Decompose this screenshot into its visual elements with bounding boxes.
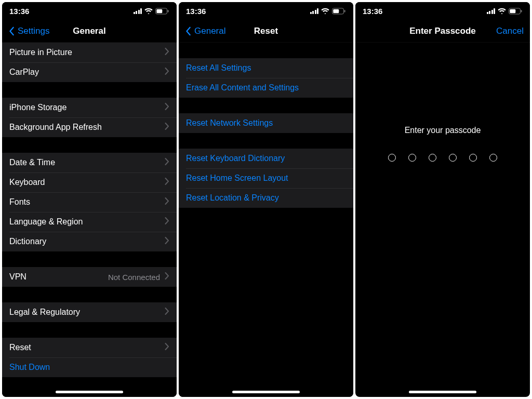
- nav-title: Reset: [254, 26, 278, 36]
- row-value: Not Connected: [108, 273, 160, 282]
- chevron-right-icon: [164, 343, 169, 352]
- row-label: iPhone Storage: [9, 103, 164, 112]
- navbar: General Reset: [179, 20, 353, 43]
- row-label: Fonts: [9, 197, 164, 207]
- list-item[interactable]: Reset: [2, 338, 177, 357]
- battery-icon: [155, 8, 169, 15]
- list-item[interactable]: Legal & Regulatory: [2, 302, 177, 322]
- svg-rect-4: [333, 9, 339, 13]
- list-item[interactable]: Language & Region: [2, 212, 177, 232]
- passcode-dot: [388, 154, 396, 162]
- phone-general: 13:36 Settings General Picture in Pictur…: [2, 2, 177, 397]
- row-label: CarPlay: [9, 68, 164, 77]
- row-label: VPN: [9, 272, 108, 282]
- list-item[interactable]: VPNNot Connected: [2, 267, 177, 287]
- list-item[interactable]: Fonts: [2, 192, 177, 212]
- chevron-left-icon: [184, 26, 193, 36]
- battery-icon: [332, 8, 346, 15]
- list-item[interactable]: Dictionary: [2, 232, 177, 251]
- passcode-dot: [408, 154, 416, 162]
- home-indicator[interactable]: [232, 391, 300, 393]
- nav-title: Enter Passcode: [409, 26, 476, 36]
- clock: 13:36: [363, 7, 382, 16]
- list-item[interactable]: Shut Down: [2, 357, 177, 377]
- row-label: Legal & Regulatory: [9, 308, 164, 317]
- phone-reset: 13:36 General Reset Reset All SettingsEr…: [179, 2, 353, 397]
- list-item[interactable]: Picture in Picture: [2, 43, 177, 62]
- navbar: Settings General: [2, 20, 177, 43]
- chevron-right-icon: [164, 237, 169, 246]
- passcode-dot: [449, 154, 457, 162]
- svg-rect-1: [156, 9, 162, 13]
- passcode-dot: [489, 154, 497, 162]
- signal-icon: [487, 8, 496, 14]
- list-item[interactable]: Reset Network Settings: [179, 113, 353, 133]
- list-item[interactable]: Background App Refresh: [2, 117, 177, 137]
- svg-rect-5: [344, 10, 345, 12]
- back-button[interactable]: General: [182, 20, 228, 42]
- chevron-right-icon: [164, 68, 169, 77]
- row-label: Reset Location & Privacy: [186, 193, 346, 203]
- signal-icon: [310, 8, 319, 14]
- row-label: Date & Time: [9, 158, 164, 167]
- row-label: Picture in Picture: [9, 48, 164, 57]
- passcode-area: Enter your passcode: [355, 43, 530, 397]
- list-item[interactable]: Reset Home Screen Layout: [179, 168, 353, 188]
- battery-icon: [509, 8, 523, 15]
- row-label: Keyboard: [9, 178, 164, 187]
- chevron-right-icon: [164, 178, 169, 187]
- list-item[interactable]: Date & Time: [2, 153, 177, 172]
- status-right: [134, 8, 170, 15]
- row-label: Language & Region: [9, 217, 164, 227]
- row-label: Reset Keyboard Dictionary: [186, 154, 346, 163]
- cancel-button[interactable]: Cancel: [496, 20, 524, 42]
- passcode-dot: [429, 154, 436, 162]
- passcode-dots: [388, 154, 497, 162]
- reset-list[interactable]: Reset All SettingsErase All Content and …: [179, 43, 353, 397]
- back-button[interactable]: Settings: [5, 20, 51, 42]
- settings-list[interactable]: Picture in PictureCarPlayiPhone StorageB…: [2, 43, 177, 397]
- chevron-right-icon: [164, 48, 169, 57]
- clock: 13:36: [186, 7, 206, 16]
- home-indicator[interactable]: [409, 391, 476, 393]
- row-label: Reset Network Settings: [186, 118, 346, 128]
- chevron-left-icon: [7, 26, 17, 36]
- list-item[interactable]: Reset Location & Privacy: [179, 188, 353, 208]
- chevron-right-icon: [164, 103, 169, 112]
- chevron-right-icon: [164, 272, 169, 282]
- statusbar: 13:36: [2, 2, 177, 20]
- row-label: Reset Home Screen Layout: [186, 174, 346, 183]
- chevron-right-icon: [164, 158, 169, 167]
- list-item[interactable]: Reset All Settings: [179, 58, 353, 78]
- back-label: General: [194, 26, 225, 36]
- wifi-icon: [498, 8, 506, 14]
- svg-rect-8: [521, 10, 522, 12]
- row-label: Reset All Settings: [186, 63, 346, 73]
- navbar: Enter Passcode Cancel: [355, 20, 530, 43]
- chevron-right-icon: [164, 217, 169, 227]
- clock: 13:36: [9, 7, 29, 16]
- chevron-right-icon: [164, 123, 169, 132]
- wifi-icon: [321, 8, 329, 14]
- row-label: Shut Down: [9, 363, 169, 372]
- passcode-prompt: Enter your passcode: [405, 126, 481, 135]
- statusbar: 13:36: [179, 2, 353, 20]
- status-right: [487, 8, 523, 15]
- row-label: Reset: [9, 343, 164, 352]
- statusbar: 13:36: [355, 2, 530, 20]
- passcode-dot: [469, 154, 477, 162]
- chevron-right-icon: [164, 197, 169, 207]
- wifi-icon: [144, 8, 153, 14]
- row-label: Dictionary: [9, 237, 164, 246]
- phone-passcode: 13:36 Enter Passcode Cancel Enter your p…: [355, 2, 530, 397]
- home-indicator[interactable]: [56, 391, 123, 393]
- chevron-right-icon: [164, 308, 169, 317]
- list-item[interactable]: Keyboard: [2, 172, 177, 192]
- list-item[interactable]: iPhone Storage: [2, 98, 177, 117]
- back-label: Settings: [18, 26, 49, 36]
- svg-rect-7: [510, 9, 515, 13]
- list-item[interactable]: Reset Keyboard Dictionary: [179, 149, 353, 168]
- list-item[interactable]: CarPlay: [2, 62, 177, 82]
- list-item[interactable]: Erase All Content and Settings: [179, 78, 353, 98]
- nav-title: General: [73, 26, 105, 36]
